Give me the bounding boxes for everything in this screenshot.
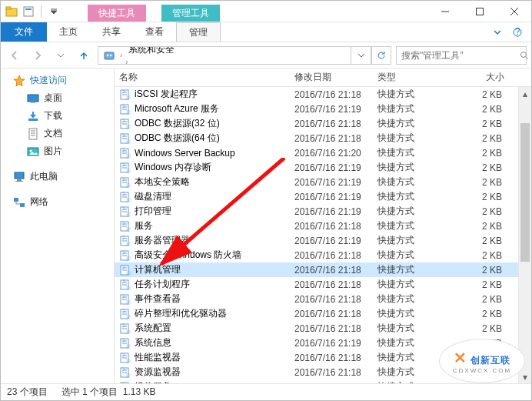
- nav-item[interactable]: 下载: [1, 107, 114, 125]
- svg-rect-52: [126, 300, 131, 305]
- file-name: Windows Server Backup: [135, 148, 235, 159]
- svg-rect-14: [28, 119, 38, 121]
- file-row[interactable]: 高级安全 Windows 防火墙2016/7/16 21:18快捷方式2 KB: [115, 248, 518, 262]
- search-input[interactable]: [401, 50, 517, 61]
- shortcut-icon: [119, 264, 131, 276]
- file-row[interactable]: 事件查看器2016/7/16 21:18快捷方式2 KB: [115, 292, 518, 306]
- nav-item[interactable]: 网络: [1, 193, 114, 211]
- file-date: 2016/7/16 21:18: [290, 221, 373, 232]
- file-row[interactable]: 打印管理2016/7/16 21:19快捷方式2 KB: [115, 204, 518, 219]
- ribbon-expand-icon[interactable]: [490, 25, 505, 40]
- svg-rect-34: [126, 169, 131, 173]
- nav-recent-dropdown[interactable]: [52, 46, 70, 65]
- svg-rect-36: [126, 183, 131, 188]
- file-type: 快捷方式: [373, 132, 456, 145]
- file-row[interactable]: ODBC 数据源(64 位)2016/7/16 21:18快捷方式2 KB: [115, 131, 518, 145]
- close-button[interactable]: [497, 1, 531, 22]
- maximize-button[interactable]: [462, 1, 497, 22]
- nav-item[interactable]: 桌面: [1, 89, 114, 107]
- column-headers[interactable]: 名称 修改日期 类型 大小: [115, 69, 531, 87]
- search-icon: [520, 51, 529, 60]
- file-row[interactable]: ODBC 数据源(32 位)2016/7/16 21:18快捷方式2 KB: [115, 116, 518, 131]
- file-row[interactable]: Microsoft Azure 服务2016/7/16 21:19快捷方式2 K…: [115, 102, 518, 116]
- svg-rect-2: [24, 7, 33, 16]
- search-box[interactable]: [396, 46, 527, 65]
- file-name: ODBC 数据源(32 位): [135, 117, 220, 130]
- file-row[interactable]: 碎片整理和优化驱动器2016/7/16 21:18快捷方式2 KB: [115, 306, 518, 321]
- explorer-window: 快捷工具管理工具 文件 主页共享查看管理 ? › 控制面板›系统和安全›管理工具…: [0, 0, 532, 401]
- col-name[interactable]: 名称: [115, 69, 290, 86]
- file-size: 2 KB: [456, 162, 510, 173]
- file-row[interactable]: iSCSI 发起程序2016/7/16 21:18快捷方式2 KB: [115, 87, 518, 102]
- file-row[interactable]: 计算机管理2016/7/16 21:18快捷方式2 KB: [115, 262, 518, 277]
- col-date[interactable]: 修改日期: [290, 69, 373, 86]
- nav-up-button[interactable]: [75, 46, 93, 65]
- nav-back-button[interactable]: [5, 46, 24, 65]
- file-name: 碎片整理和优化驱动器: [135, 307, 227, 320]
- scroll-down-button[interactable]: ▾: [519, 370, 531, 383]
- file-date: 2016/7/16 21:18: [290, 133, 373, 144]
- menu-tab[interactable]: 主页: [47, 22, 90, 42]
- menu-tab[interactable]: 查看: [133, 22, 176, 42]
- scroll-thumb[interactable]: [520, 123, 530, 262]
- shortcut-icon: [119, 89, 131, 101]
- file-row[interactable]: 任务计划程序2016/7/16 21:18快捷方式2 KB: [115, 277, 518, 292]
- nav-item-label: 快速访问: [30, 74, 67, 87]
- file-name: Microsoft Azure 服务: [135, 102, 219, 115]
- menu-tab[interactable]: 管理: [176, 22, 221, 42]
- help-icon[interactable]: ?: [510, 25, 525, 40]
- history-dropdown[interactable]: [351, 46, 371, 65]
- svg-rect-46: [126, 256, 131, 261]
- svg-rect-21: [14, 198, 18, 202]
- file-date: 2016/7/16 21:18: [290, 367, 373, 378]
- file-date: 2016/7/16 21:18: [290, 309, 373, 319]
- nav-item[interactable]: 快速访问: [1, 72, 114, 89]
- file-row[interactable]: Windows Server Backup2016/7/16 21:20快捷方式…: [115, 145, 518, 160]
- file-row[interactable]: 服务器管理器2016/7/16 21:19快捷方式2 KB: [115, 233, 518, 248]
- nav-forward-button[interactable]: [28, 46, 47, 65]
- nav-pane[interactable]: 快速访问桌面下载文档图片此电脑网络: [1, 69, 115, 383]
- svg-rect-4: [476, 8, 483, 15]
- file-row[interactable]: 磁盘清理2016/7/16 21:19快捷方式2 KB: [115, 189, 518, 204]
- file-row[interactable]: 服务2016/7/16 21:18快捷方式2 KB: [115, 219, 518, 233]
- refresh-button[interactable]: [371, 46, 391, 65]
- breadcrumb-chevron-icon[interactable]: ›: [124, 58, 129, 65]
- qat-dropdown-icon[interactable]: [48, 5, 60, 18]
- network-icon: [13, 196, 25, 209]
- menu-file[interactable]: 文件: [1, 22, 47, 42]
- properties-icon[interactable]: [22, 5, 35, 18]
- col-type[interactable]: 类型: [373, 69, 456, 86]
- col-size[interactable]: 大小: [456, 69, 510, 86]
- file-date: 2016/7/16 21:18: [290, 119, 373, 129]
- scrollbar[interactable]: ▴ ▾: [518, 87, 531, 383]
- file-row[interactable]: 本地安全策略2016/7/16 21:19快捷方式2 KB: [115, 175, 518, 189]
- breadcrumb-segment[interactable]: 系统和安全: [124, 46, 179, 57]
- scroll-up-button[interactable]: ▴: [519, 87, 531, 100]
- quick-icon: [13, 75, 25, 87]
- contextual-tab[interactable]: 快捷工具: [88, 5, 146, 22]
- file-size: 2 KB: [456, 104, 510, 115]
- pictures-icon: [27, 145, 39, 158]
- file-size: 2 KB: [456, 309, 510, 319]
- file-row[interactable]: 系统配置2016/7/16 21:18快捷方式2 KB: [115, 321, 518, 336]
- file-date: 2016/7/16 21:18: [290, 250, 373, 261]
- nav-item-label: 桌面: [44, 92, 62, 105]
- nav-item[interactable]: 文档: [1, 125, 114, 142]
- nav-item[interactable]: 此电脑: [1, 168, 114, 185]
- shortcut-icon: [119, 235, 131, 247]
- nav-item[interactable]: 图片: [1, 142, 114, 160]
- menu-tab[interactable]: 共享: [90, 22, 133, 42]
- minimize-button[interactable]: [427, 1, 462, 22]
- file-size: 2 KB: [456, 279, 510, 290]
- contextual-tab[interactable]: 管理工具: [161, 5, 220, 22]
- breadcrumb[interactable]: › 控制面板›系统和安全›管理工具›: [98, 46, 351, 65]
- svg-rect-38: [126, 198, 131, 202]
- file-date: 2016/7/16 21:20: [290, 148, 373, 159]
- scroll-track[interactable]: [519, 100, 531, 370]
- file-size: 2 KB: [456, 89, 510, 100]
- svg-point-17: [30, 149, 32, 152]
- file-type: 快捷方式: [373, 161, 456, 174]
- file-list[interactable]: iSCSI 发起程序2016/7/16 21:18快捷方式2 KBMicroso…: [115, 87, 518, 383]
- svg-rect-26: [126, 110, 131, 115]
- file-row[interactable]: Windows 内存诊断2016/7/16 21:19快捷方式2 KB: [115, 160, 518, 175]
